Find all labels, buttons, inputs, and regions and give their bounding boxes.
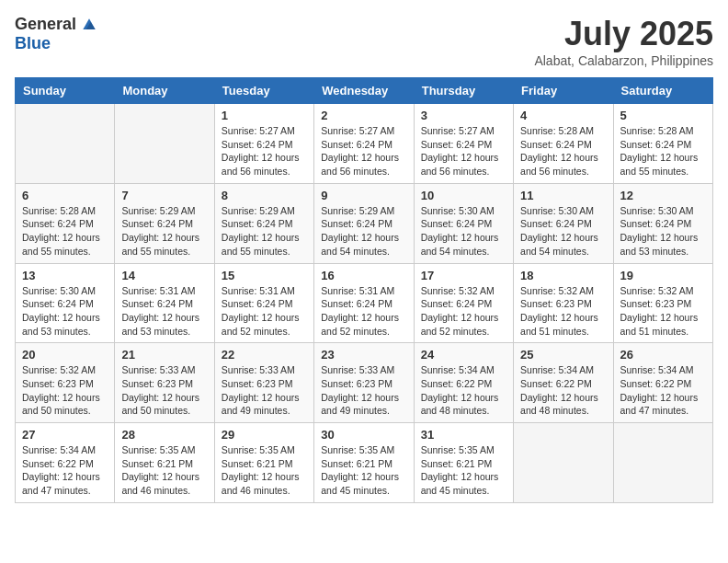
day-info: Sunrise: 5:27 AMSunset: 6:24 PMDaylight:…: [421, 124, 506, 178]
day-info: Sunrise: 5:32 AMSunset: 6:23 PMDaylight:…: [520, 284, 606, 339]
day-info: Sunrise: 5:32 AMSunset: 6:23 PMDaylight:…: [22, 363, 108, 418]
logo-blue-text: Blue: [15, 34, 51, 52]
page-header: General Blue July 2025 Alabat, Calabarzo…: [15, 15, 713, 68]
day-number: 5: [620, 109, 706, 122]
logo-general-text: General: [15, 15, 76, 34]
day-info: Sunrise: 5:33 AMSunset: 6:23 PMDaylight:…: [222, 363, 307, 418]
calendar-day: 1Sunrise: 5:27 AMSunset: 6:24 PMDaylight…: [214, 104, 313, 184]
day-number: 10: [421, 189, 506, 202]
day-info: Sunrise: 5:32 AMSunset: 6:24 PMDaylight:…: [421, 284, 506, 339]
day-number: 26: [620, 348, 706, 362]
day-info: Sunrise: 5:31 AMSunset: 6:24 PMDaylight:…: [121, 284, 207, 339]
month-year-title: July 2025: [534, 15, 713, 53]
col-monday: Monday: [115, 78, 214, 104]
col-friday: Friday: [514, 78, 613, 104]
calendar-day: 22Sunrise: 5:33 AMSunset: 6:23 PMDayligh…: [214, 343, 313, 423]
day-info: Sunrise: 5:33 AMSunset: 6:23 PMDaylight:…: [121, 363, 207, 418]
calendar-header-row: Sunday Monday Tuesday Wednesday Thursday…: [16, 78, 713, 104]
logo: General Blue: [15, 15, 98, 53]
calendar-week-2: 6Sunrise: 5:28 AMSunset: 6:24 PMDaylight…: [16, 183, 713, 263]
day-number: 18: [520, 269, 606, 282]
day-number: 20: [22, 348, 108, 362]
day-number: 21: [121, 348, 207, 362]
day-info: Sunrise: 5:31 AMSunset: 6:24 PMDaylight:…: [321, 284, 406, 339]
calendar-day: 14Sunrise: 5:31 AMSunset: 6:24 PMDayligh…: [115, 263, 214, 343]
calendar-day: [613, 423, 712, 503]
day-number: 30: [321, 428, 406, 442]
col-saturday: Saturday: [613, 78, 712, 104]
calendar-table: Sunday Monday Tuesday Wednesday Thursday…: [15, 77, 713, 503]
day-info: Sunrise: 5:35 AMSunset: 6:21 PMDaylight:…: [321, 443, 406, 498]
day-info: Sunrise: 5:28 AMSunset: 6:24 PMDaylight:…: [620, 124, 706, 178]
calendar-day: 25Sunrise: 5:34 AMSunset: 6:22 PMDayligh…: [514, 343, 613, 423]
day-number: 4: [520, 109, 606, 122]
calendar-day: 11Sunrise: 5:30 AMSunset: 6:24 PMDayligh…: [514, 183, 613, 263]
day-number: 27: [22, 428, 108, 442]
calendar-day: 26Sunrise: 5:34 AMSunset: 6:22 PMDayligh…: [613, 343, 712, 423]
calendar-day: [115, 104, 214, 184]
day-info: Sunrise: 5:28 AMSunset: 6:24 PMDaylight:…: [22, 204, 108, 259]
day-info: Sunrise: 5:35 AMSunset: 6:21 PMDaylight:…: [421, 443, 506, 498]
day-info: Sunrise: 5:29 AMSunset: 6:24 PMDaylight:…: [321, 204, 406, 259]
title-section: July 2025 Alabat, Calabarzon, Philippine…: [534, 15, 713, 68]
day-info: Sunrise: 5:34 AMSunset: 6:22 PMDaylight:…: [22, 443, 108, 498]
calendar-week-4: 20Sunrise: 5:32 AMSunset: 6:23 PMDayligh…: [16, 343, 713, 423]
calendar-day: 15Sunrise: 5:31 AMSunset: 6:24 PMDayligh…: [214, 263, 313, 343]
col-tuesday: Tuesday: [214, 78, 313, 104]
calendar-day: 21Sunrise: 5:33 AMSunset: 6:23 PMDayligh…: [115, 343, 214, 423]
day-info: Sunrise: 5:27 AMSunset: 6:24 PMDaylight:…: [222, 124, 307, 178]
day-number: 11: [520, 189, 606, 202]
day-number: 14: [121, 269, 207, 282]
calendar-day: [16, 104, 115, 184]
day-info: Sunrise: 5:29 AMSunset: 6:24 PMDaylight:…: [121, 204, 207, 259]
day-number: 7: [121, 189, 207, 202]
day-number: 25: [520, 348, 606, 362]
day-number: 1: [222, 109, 307, 122]
day-info: Sunrise: 5:29 AMSunset: 6:24 PMDaylight:…: [222, 204, 307, 259]
day-number: 19: [620, 269, 706, 282]
calendar-day: 6Sunrise: 5:28 AMSunset: 6:24 PMDaylight…: [16, 183, 115, 263]
col-sunday: Sunday: [16, 78, 115, 104]
day-number: 17: [421, 269, 506, 282]
location-text: Alabat, Calabarzon, Philippines: [534, 53, 713, 68]
col-wednesday: Wednesday: [314, 78, 414, 104]
day-number: 29: [222, 428, 307, 442]
calendar-day: 4Sunrise: 5:28 AMSunset: 6:24 PMDaylight…: [514, 104, 613, 184]
day-info: Sunrise: 5:30 AMSunset: 6:24 PMDaylight:…: [22, 284, 108, 339]
calendar-day: 10Sunrise: 5:30 AMSunset: 6:24 PMDayligh…: [414, 183, 513, 263]
calendar-day: 17Sunrise: 5:32 AMSunset: 6:24 PMDayligh…: [414, 263, 513, 343]
calendar-day: 3Sunrise: 5:27 AMSunset: 6:24 PMDaylight…: [414, 104, 513, 184]
calendar-day: 5Sunrise: 5:28 AMSunset: 6:24 PMDaylight…: [613, 104, 712, 184]
calendar-day: 9Sunrise: 5:29 AMSunset: 6:24 PMDaylight…: [314, 183, 414, 263]
day-number: 31: [421, 428, 506, 442]
day-number: 23: [321, 348, 406, 362]
calendar-day: 8Sunrise: 5:29 AMSunset: 6:24 PMDaylight…: [214, 183, 313, 263]
calendar-day: 12Sunrise: 5:30 AMSunset: 6:24 PMDayligh…: [613, 183, 712, 263]
calendar-day: 18Sunrise: 5:32 AMSunset: 6:23 PMDayligh…: [514, 263, 613, 343]
day-info: Sunrise: 5:30 AMSunset: 6:24 PMDaylight:…: [620, 204, 706, 259]
calendar-day: 27Sunrise: 5:34 AMSunset: 6:22 PMDayligh…: [16, 423, 115, 503]
calendar-week-3: 13Sunrise: 5:30 AMSunset: 6:24 PMDayligh…: [16, 263, 713, 343]
calendar-day: 16Sunrise: 5:31 AMSunset: 6:24 PMDayligh…: [314, 263, 414, 343]
calendar-day: 24Sunrise: 5:34 AMSunset: 6:22 PMDayligh…: [414, 343, 513, 423]
day-number: 24: [421, 348, 506, 362]
calendar-week-1: 1Sunrise: 5:27 AMSunset: 6:24 PMDaylight…: [16, 104, 713, 184]
day-number: 12: [620, 189, 706, 202]
day-number: 9: [321, 189, 406, 202]
day-info: Sunrise: 5:32 AMSunset: 6:23 PMDaylight:…: [620, 284, 706, 339]
calendar-day: 13Sunrise: 5:30 AMSunset: 6:24 PMDayligh…: [16, 263, 115, 343]
calendar-day: 19Sunrise: 5:32 AMSunset: 6:23 PMDayligh…: [613, 263, 712, 343]
calendar-day: 29Sunrise: 5:35 AMSunset: 6:21 PMDayligh…: [214, 423, 313, 503]
day-info: Sunrise: 5:28 AMSunset: 6:24 PMDaylight:…: [520, 124, 606, 178]
day-number: 3: [421, 109, 506, 122]
calendar-day: 23Sunrise: 5:33 AMSunset: 6:23 PMDayligh…: [314, 343, 414, 423]
day-info: Sunrise: 5:34 AMSunset: 6:22 PMDaylight:…: [620, 363, 706, 418]
day-info: Sunrise: 5:34 AMSunset: 6:22 PMDaylight:…: [520, 363, 606, 418]
calendar-day: 20Sunrise: 5:32 AMSunset: 6:23 PMDayligh…: [16, 343, 115, 423]
day-info: Sunrise: 5:27 AMSunset: 6:24 PMDaylight:…: [321, 124, 406, 178]
calendar-day: 28Sunrise: 5:35 AMSunset: 6:21 PMDayligh…: [115, 423, 214, 503]
day-number: 22: [222, 348, 307, 362]
day-number: 13: [22, 269, 108, 282]
calendar-day: [514, 423, 613, 503]
day-info: Sunrise: 5:35 AMSunset: 6:21 PMDaylight:…: [222, 443, 307, 498]
